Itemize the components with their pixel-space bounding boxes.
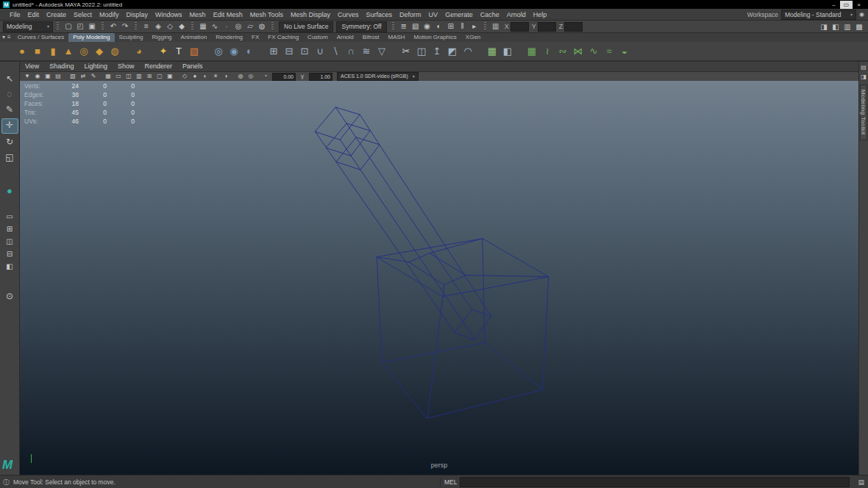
shelf-tab[interactable]: Sculpting (115, 33, 148, 42)
menu-item[interactable]: Deform (396, 9, 425, 21)
render-settings-icon[interactable]: ⊞ (445, 21, 457, 32)
menu-item[interactable]: Mesh Display (287, 9, 334, 21)
vp-2d-pan-zoom-icon[interactable]: ⇄ (78, 72, 88, 81)
shelf-tab[interactable]: Motion Graphics (410, 33, 461, 42)
type-tool-icon[interactable]: T (171, 44, 186, 59)
vp-xray-icon[interactable]: ◍ (235, 72, 246, 81)
toolbar-grip[interactable] (191, 22, 193, 31)
pause-viewport-icon[interactable]: ‖ (457, 21, 469, 32)
render-current-frame-icon[interactable]: ◉ (421, 21, 433, 32)
move-tool[interactable]: ✛ (1, 118, 18, 134)
minimize-button[interactable]: – (828, 1, 840, 9)
shelf-menu-icon[interactable]: ≡ (7, 34, 11, 41)
attribute-editor-toggle-icon[interactable]: ◨ (818, 22, 830, 32)
target-weld-icon[interactable]: ◎ (211, 44, 226, 59)
close-button[interactable]: × (853, 1, 865, 9)
mel-language-toggle[interactable]: MEL (444, 478, 457, 487)
menu-item[interactable]: UV (425, 9, 442, 21)
menu-item[interactable]: Surfaces (363, 9, 396, 21)
flare-icon[interactable]: ⋈ (571, 44, 586, 59)
viewport-menu-item[interactable]: Shading (44, 62, 79, 71)
menu-item[interactable]: Select (70, 9, 96, 21)
vp-textured-icon[interactable]: ◐ (200, 72, 210, 81)
x-coord-input[interactable] (511, 22, 529, 32)
poly-plane-icon[interactable]: ◆ (92, 44, 107, 59)
menu-item[interactable]: Edit Mesh (210, 9, 246, 21)
live-surface-selector[interactable]: No Live Surface (279, 21, 333, 32)
workspace-panel-toggle-icon[interactable]: ▩ (853, 22, 865, 32)
shelf-tab[interactable]: Curves / Surfaces (13, 33, 69, 42)
viewport-menu-item[interactable]: Renderer (139, 62, 177, 71)
vp-resolution-gate-icon[interactable]: ◫ (124, 72, 134, 81)
vp-select-camera-icon[interactable]: ▼ (22, 72, 32, 81)
toolbar-grip[interactable] (392, 22, 394, 31)
shrinkwrap-icon[interactable]: ◒ (617, 44, 632, 59)
boolean-difference-icon[interactable]: ∖ (328, 44, 343, 59)
construction-history-icon[interactable]: ≣ (398, 21, 410, 32)
snap-to-projected-center-icon[interactable]: ◎ (232, 21, 244, 32)
snap-to-view-plane-icon[interactable]: ▱ (244, 21, 256, 32)
vp-gate-mask-icon[interactable]: ▥ (134, 72, 144, 81)
boolean-intersection-icon[interactable]: ∩ (344, 44, 358, 59)
toolbar-grip[interactable] (135, 22, 137, 31)
vp-grease-pencil-icon[interactable]: ✎ (88, 72, 99, 81)
rotate-tool[interactable]: ↻ (2, 135, 18, 149)
gamma-icon[interactable]: γ (297, 72, 307, 81)
y-coord-input[interactable] (538, 22, 556, 32)
vp-shaded-icon[interactable]: ● (190, 72, 200, 81)
falloff-icon[interactable]: ◐ (242, 44, 257, 59)
shelf-tab[interactable]: MASH (383, 33, 409, 42)
toolbar-grip[interactable] (484, 22, 486, 31)
poly-sphere-icon[interactable]: ● (15, 44, 29, 59)
vp-film-gate-icon[interactable]: ▭ (113, 72, 124, 81)
reduce-icon[interactable]: ▽ (374, 44, 389, 59)
input-field-mode-icon[interactable]: ▥ (490, 21, 502, 32)
layout-two-pane-side-icon[interactable]: ◫ (2, 236, 18, 247)
smooth-icon[interactable]: ≋ (359, 44, 374, 59)
tool-settings-toggle-icon[interactable]: ◧ (830, 22, 842, 32)
interactive-sequence-icon[interactable]: ▸ (469, 21, 480, 32)
menu-item[interactable]: Arnold (503, 9, 530, 21)
attribute-editor-tab-icon[interactable]: ◨ (860, 73, 868, 81)
vp-isolate-select-icon[interactable]: ◎ (246, 72, 256, 81)
poly-cylinder-icon[interactable]: ▮ (46, 44, 60, 59)
save-scene-icon[interactable]: ▣ (86, 21, 98, 32)
vp-field-chart-icon[interactable]: ⊞ (144, 72, 154, 81)
bridge-icon[interactable]: ◠ (460, 44, 475, 59)
new-scene-icon[interactable]: ▢ (63, 21, 74, 32)
boolean-union-icon[interactable]: ∪ (313, 44, 327, 59)
select-tool[interactable]: ↖ (2, 72, 18, 86)
select-object-icon[interactable]: ◈ (152, 21, 164, 32)
layout-outliner-persp-icon[interactable]: ◧ (2, 261, 18, 272)
svg-tool-icon[interactable]: ▧ (187, 44, 202, 59)
menu-item[interactable]: Cache (477, 9, 503, 21)
vp-lock-camera-icon[interactable]: ◉ (32, 72, 43, 81)
vp-bookmarks-icon[interactable]: ▤ (53, 72, 63, 81)
open-render-view-icon[interactable]: ▧ (410, 21, 421, 32)
menu-item[interactable]: Generate (441, 9, 477, 21)
layout-two-pane-stacked-icon[interactable]: ⊟ (2, 248, 18, 259)
vp-safe-title-icon[interactable]: ▣ (165, 72, 175, 81)
script-editor-icon[interactable]: ▤ (858, 478, 864, 487)
zoom-tool-icon[interactable]: ⊙ (2, 290, 18, 304)
separate-icon[interactable]: ⊟ (282, 44, 296, 59)
extrude-icon[interactable]: ↥ (430, 44, 444, 59)
toolbox-sphere-icon[interactable]: ● (2, 184, 18, 198)
snap-to-curve-icon[interactable]: ∿ (209, 21, 221, 32)
ipr-render-icon[interactable]: ◐ (433, 21, 445, 32)
bend-icon[interactable]: ≀ (540, 44, 555, 59)
channel-box-tab-icon[interactable]: ▤ (860, 64, 868, 71)
vp-image-plane-icon[interactable]: ▧ (68, 72, 78, 81)
poly-cube-icon[interactable]: ■ (30, 44, 45, 59)
channel-box-toggle-icon[interactable]: ▥ (842, 22, 853, 32)
sidebar-vertical-tab[interactable]: Modeling Toolkit (860, 85, 867, 140)
viewport-menu-item[interactable]: View (20, 62, 44, 71)
menu-item[interactable]: Mesh (186, 9, 210, 21)
menu-item[interactable]: Windows (152, 9, 186, 21)
soft-select-icon[interactable]: ◉ (227, 44, 241, 59)
select-hierarchy-icon[interactable]: ≡ (140, 21, 152, 32)
shelf-tab[interactable]: Arnold (332, 33, 358, 42)
menu-item[interactable]: Create (43, 9, 70, 21)
workspace-selector[interactable]: Modeling - Standard ▾ (781, 10, 856, 20)
gamma-input[interactable]: 1.00 (309, 73, 332, 81)
